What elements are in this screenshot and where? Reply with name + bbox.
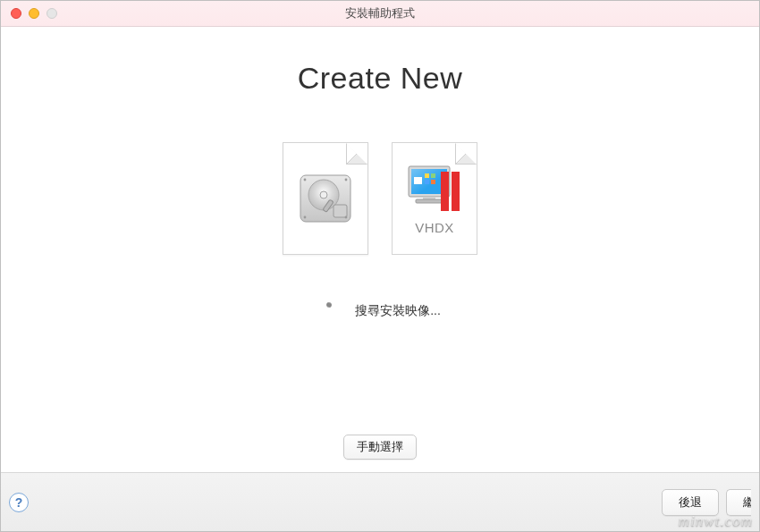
manual-row: 手動選擇 bbox=[343, 435, 417, 460]
svg-point-2 bbox=[320, 191, 327, 198]
close-window-button[interactable] bbox=[11, 8, 21, 19]
blank-disk-tile[interactable] bbox=[283, 142, 368, 255]
svg-rect-13 bbox=[425, 173, 429, 178]
titlebar: 安裝輔助程式 bbox=[0, 0, 760, 27]
parallels-vhdx-icon bbox=[405, 163, 464, 216]
svg-rect-15 bbox=[425, 180, 429, 184]
footer-bar: ? 後退 繼續 bbox=[0, 472, 760, 532]
window-controls bbox=[0, 8, 57, 19]
spinner-icon bbox=[319, 301, 339, 321]
manual-select-button[interactable]: 手動選擇 bbox=[343, 435, 417, 460]
svg-rect-12 bbox=[414, 177, 422, 184]
help-button[interactable]: ? bbox=[9, 493, 29, 512]
svg-point-8 bbox=[345, 216, 348, 219]
vhdx-tile[interactable]: VHDX bbox=[392, 142, 477, 255]
content-area: Create New bbox=[0, 27, 760, 472]
minimize-window-button[interactable] bbox=[29, 8, 39, 19]
svg-rect-16 bbox=[431, 180, 435, 184]
footer-actions: 後退 繼續 bbox=[662, 489, 751, 516]
source-options-row: VHDX bbox=[283, 142, 477, 255]
back-button[interactable]: 後退 bbox=[662, 489, 719, 516]
svg-rect-14 bbox=[431, 173, 435, 178]
zoom-window-button[interactable] bbox=[46, 8, 57, 19]
svg-rect-3 bbox=[334, 205, 347, 217]
svg-point-7 bbox=[304, 216, 307, 219]
continue-button[interactable]: 繼續 bbox=[726, 489, 751, 516]
status-text: 搜尋安裝映像... bbox=[355, 303, 441, 319]
svg-rect-18 bbox=[416, 199, 443, 203]
status-row: 搜尋安裝映像... bbox=[319, 301, 441, 321]
window-title: 安裝輔助程式 bbox=[0, 5, 760, 21]
svg-point-5 bbox=[304, 179, 307, 182]
svg-point-6 bbox=[345, 179, 348, 182]
svg-rect-19 bbox=[441, 172, 449, 211]
vhdx-label: VHDX bbox=[415, 220, 454, 235]
svg-rect-20 bbox=[452, 172, 460, 211]
page-heading: Create New bbox=[298, 61, 463, 96]
hard-drive-icon bbox=[298, 173, 353, 224]
